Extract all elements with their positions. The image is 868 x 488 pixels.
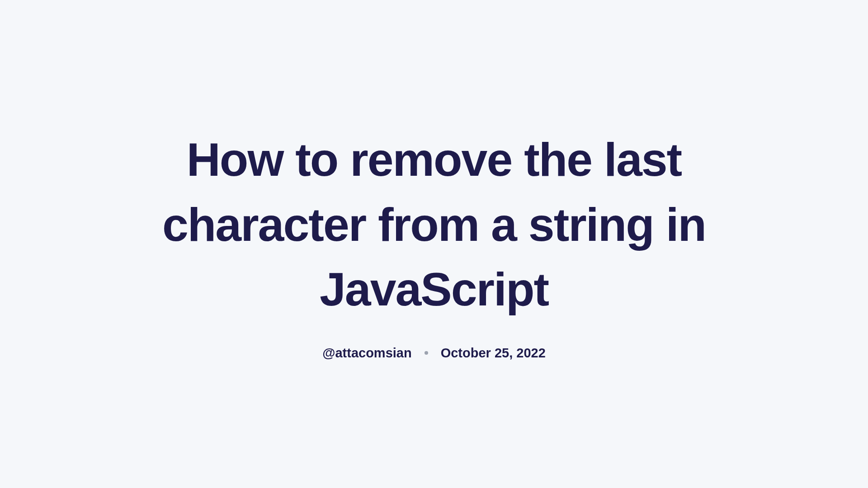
article-meta: @attacomsian October 25, 2022 <box>322 346 546 361</box>
article-title: How to remove the last character from a … <box>118 127 750 322</box>
separator-dot <box>425 351 428 355</box>
author-handle[interactable]: @attacomsian <box>322 346 412 361</box>
publish-date: October 25, 2022 <box>441 346 546 361</box>
